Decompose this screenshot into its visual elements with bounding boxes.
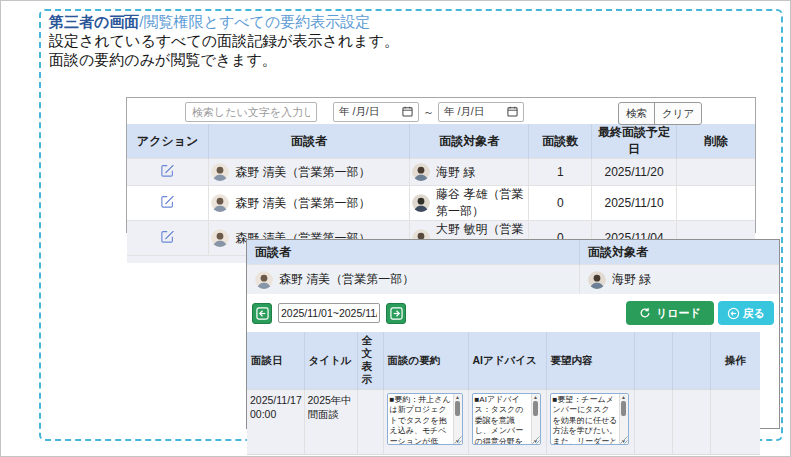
date-to-input[interactable]: 年 /月/日: [438, 102, 524, 122]
avatar: [588, 271, 606, 289]
scroll-thumb[interactable]: [533, 401, 538, 416]
date-to-placeholder: 年 /月/日: [444, 105, 484, 119]
people-header-interviewer: 面談者: [247, 240, 580, 265]
summary-scrollbar[interactable]: ▲▼: [453, 394, 462, 444]
search-bar: 年 /月/日 ～ 年 /月/日 検索 クリア: [127, 98, 755, 124]
table-row: 森野 清美（営業第一部） 藤谷 孝雄（営業第一部） 0 2025/11/10: [127, 186, 755, 221]
prev-period-button[interactable]: [252, 303, 272, 324]
summary-textarea[interactable]: ■要約：井上さんは新プロジェクトでタスクを抱え込み、モチベーションが低下。上司は…: [387, 393, 463, 445]
col-header-fulltext: 全文表示: [357, 332, 383, 389]
next-interview-date: 2025/11/20: [592, 159, 677, 186]
table-row: 森野 清美（営業第一部） 海野 緑 1 2025/11/20: [127, 159, 755, 186]
date-range-tilde: ～: [423, 105, 434, 120]
col-header-empty-2: [672, 332, 710, 389]
delete-cell: [676, 159, 755, 186]
interviewer-name: 森野 清美（営業第一部）: [279, 271, 414, 288]
request-textarea[interactable]: ■要望：チームメンバーにタスクを効果的に任せる方法を学びたい。また、リーダーとし…: [550, 393, 629, 445]
records-table: アクション 面談者 面談対象者 面談数 最終面談予定日 削除 森野 清美（営業第…: [127, 124, 755, 255]
arrow-left-box-icon: [256, 307, 269, 320]
back-circle-icon: [727, 307, 740, 320]
search-button[interactable]: 検索: [619, 103, 655, 124]
col-header-action: アクション: [127, 124, 209, 159]
date-nav-bar: リロード 戻る: [247, 300, 779, 326]
interview-date: 2025/11/17 00:00: [250, 393, 301, 421]
empty-cell: [672, 389, 710, 454]
interviewer-name: 森野 清美（営業第一部）: [235, 195, 370, 212]
col-header-next-date: 最終面談予定日: [592, 124, 677, 159]
request-scrollbar[interactable]: ▲▼: [619, 394, 628, 444]
calendar-icon[interactable]: [402, 106, 413, 119]
scroll-up-icon[interactable]: ▲: [455, 394, 460, 400]
avatar: [412, 194, 430, 212]
avatar: [412, 163, 430, 181]
people-header-target: 面談対象者: [580, 240, 780, 265]
next-period-button[interactable]: [386, 303, 406, 324]
fulltext-cell: [357, 389, 383, 454]
col-header-count: 面談数: [529, 124, 592, 159]
interviewer-name: 森野 清美（営業第一部）: [235, 164, 370, 181]
back-button[interactable]: 戻る: [718, 301, 774, 325]
target-name: 海野 緑: [436, 164, 475, 181]
people-table: 面談者 面談対象者 森野 清美（営業第一部） 海野 緑: [247, 240, 779, 294]
records-panel: 年 /月/日 ～ 年 /月/日 検索 クリア: [126, 97, 756, 233]
ai-advice-scrollbar[interactable]: ▲▼: [531, 394, 540, 444]
col-header-summary: 面談の要約: [383, 332, 468, 389]
edit-icon[interactable]: [160, 163, 175, 178]
date-from-input[interactable]: 年 /月/日: [333, 102, 419, 122]
request-text: ■要望：チームメンバーにタスクを効果的に任せる方法を学びたい。また、リーダーとし…: [551, 394, 619, 444]
interview-title: 2025年中間面談: [308, 393, 354, 421]
arrow-right-box-icon: [390, 307, 403, 320]
next-interview-date: 2025/11/10: [592, 186, 677, 221]
calendar-icon[interactable]: [507, 106, 518, 119]
interview-count: 1: [529, 159, 592, 186]
interview-count: 0: [529, 186, 592, 221]
col-header-request: 要望内容: [546, 332, 634, 389]
ai-advice-textarea[interactable]: ■AIアドバイス：タスクの委譲を意識し、メンバーの得意分野を活かすことで、リーダ…: [472, 393, 541, 445]
clear-button[interactable]: クリア: [655, 103, 701, 124]
col-header-title: タイトル: [304, 332, 357, 389]
page-title-rest: /閲覧権限とすべての要約表示設定: [139, 13, 370, 30]
detail-row: 2025/11/17 00:00 2025年中間面談 ■要約：井上さんは新プロジ…: [247, 389, 760, 454]
search-button-group: 検索 クリア: [618, 102, 702, 125]
date-from-placeholder: 年 /月/日: [339, 105, 379, 119]
back-label: 戻る: [743, 306, 765, 321]
scroll-up-icon[interactable]: ▲: [621, 394, 626, 400]
people-row: 森野 清美（営業第一部） 海野 緑: [247, 265, 779, 295]
avatar: [211, 163, 229, 181]
description-line-2: 面談の要約のみが閲覧できます。: [49, 51, 277, 70]
empty-cell: [634, 389, 672, 454]
col-header-interviewer: 面談者: [209, 124, 410, 159]
people-header-row: 面談者 面談対象者: [247, 240, 779, 265]
date-range-input[interactable]: [278, 303, 380, 323]
scroll-thumb[interactable]: [455, 401, 460, 416]
ai-advice-text: ■AIアドバイス：タスクの委譲を意識し、メンバーの得意分野を活かすことで、リーダ…: [473, 394, 531, 444]
col-header-date: 面談日: [247, 332, 304, 389]
page: 第三者の画面/閲覧権限とすべての要約表示設定 設定されているすべての面談記録が表…: [0, 0, 791, 457]
detail-table: 面談日 タイトル 全文表示 面談の要約 AIアドバイス 要望内容 操作 2025…: [247, 332, 760, 455]
col-header-ai-advice: AIアドバイス: [468, 332, 546, 389]
records-table-header-row: アクション 面談者 面談対象者 面談数 最終面談予定日 削除: [127, 124, 755, 159]
reload-label: リロード: [656, 306, 701, 321]
search-input[interactable]: [185, 102, 317, 122]
col-header-delete: 削除: [676, 124, 755, 159]
reload-button[interactable]: リロード: [626, 301, 714, 325]
avatar: [211, 194, 229, 212]
avatar: [255, 271, 273, 289]
description-line-1: 設定されているすべての面談記録が表示されます。: [49, 32, 399, 51]
operation-cell: [710, 389, 760, 454]
col-header-operation: 操作: [710, 332, 760, 389]
target-name: 藤谷 孝雄（営業第一部）: [436, 186, 526, 220]
scroll-up-icon[interactable]: ▲: [533, 394, 538, 400]
page-title: 第三者の画面/閲覧権限とすべての要約表示設定: [49, 13, 370, 32]
scroll-thumb[interactable]: [621, 401, 626, 416]
target-name: 海野 緑: [612, 271, 651, 288]
reload-icon: [639, 307, 651, 319]
summary-text: ■要約：井上さんは新プロジェクトでタスクを抱え込み、モチベーションが低下。上司は…: [388, 394, 453, 444]
col-header-empty-1: [634, 332, 672, 389]
page-title-bold: 第三者の画面: [49, 13, 139, 30]
detail-panel: 面談者 面談対象者 森野 清美（営業第一部） 海野 緑: [246, 239, 780, 429]
col-header-target: 面談対象者: [410, 124, 529, 159]
detail-table-header-row: 面談日 タイトル 全文表示 面談の要約 AIアドバイス 要望内容 操作: [247, 332, 760, 389]
edit-icon[interactable]: [160, 229, 175, 244]
edit-icon[interactable]: [160, 194, 175, 209]
